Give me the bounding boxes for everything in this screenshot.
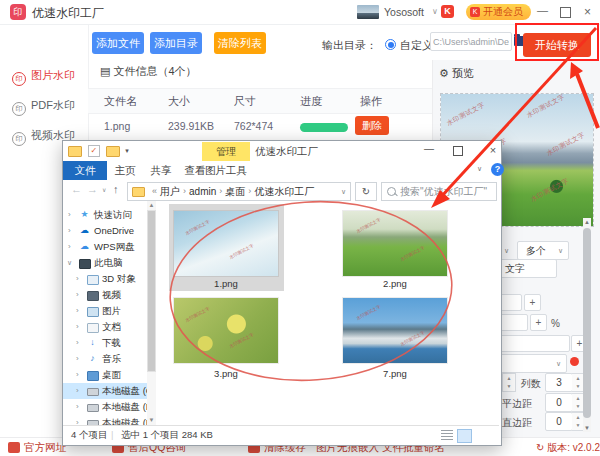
details-view-icon[interactable] xyxy=(441,430,453,440)
help-icon[interactable]: ? xyxy=(491,163,504,176)
plus-button[interactable]: + xyxy=(524,294,541,311)
minimize-ribbon-icon[interactable]: ∨ xyxy=(477,165,482,173)
chevron-down-icon[interactable]: ▾ xyxy=(125,147,129,155)
file-name[interactable]: 1.png xyxy=(174,278,278,289)
drive-icon xyxy=(87,417,98,425)
v-margin-input[interactable]: 0 xyxy=(545,412,573,431)
explorer-minimize-button[interactable]: — xyxy=(415,143,443,154)
tab-home[interactable]: 主页 xyxy=(109,161,141,180)
breadcrumb-admin[interactable]: admin xyxy=(189,186,216,197)
add-dir-button[interactable]: 添加目录 xyxy=(150,32,202,54)
tree-item-3d-objects[interactable]: ›3D 对象 xyxy=(63,271,147,287)
tree-item-desktop[interactable]: ›桌面 xyxy=(63,367,147,383)
scroll-down-icon[interactable]: ▼ xyxy=(147,417,156,423)
tree-item-documents[interactable]: ›文档 xyxy=(63,319,147,335)
scroll-down-icon[interactable]: ▼ xyxy=(583,425,591,431)
official-site-link[interactable]: 官方网址 xyxy=(8,441,66,455)
account-name[interactable]: Yososoft xyxy=(384,6,424,18)
file-panel-title: ▤ 文件信息（4个） xyxy=(100,64,197,79)
clear-list-button[interactable]: 清除列表 xyxy=(214,32,266,54)
breadcrumb-folder[interactable]: 优速水印工厂 xyxy=(254,186,314,197)
contextual-tab-manage[interactable]: 管理 xyxy=(202,142,250,161)
tree-item-music[interactable]: ›♪音乐 xyxy=(63,351,147,367)
thumbnail-view-icon[interactable] xyxy=(457,429,472,443)
watermark-text: 水印测试文字 xyxy=(355,217,381,234)
scrollbar-thumb[interactable] xyxy=(583,228,591,418)
recent-locations-icon[interactable]: ∨ xyxy=(102,186,106,193)
close-button[interactable]: × xyxy=(584,5,591,19)
maximize-button[interactable] xyxy=(560,7,571,18)
percent-label: % xyxy=(551,318,560,329)
scrollbar-thumb[interactable] xyxy=(148,211,155,371)
tab-share[interactable]: 共享 xyxy=(145,161,177,180)
file-thumbnail-1[interactable]: 水印测试文字 水印测试文字 xyxy=(174,211,278,276)
back-icon[interactable]: ← xyxy=(71,183,82,195)
doc-icon: ▤ xyxy=(100,65,110,77)
columns-input[interactable]: 3 xyxy=(545,373,573,392)
scroll-up-icon[interactable]: ▲ xyxy=(583,219,591,225)
new-folder-icon[interactable] xyxy=(106,146,120,157)
minimize-button[interactable]: — xyxy=(537,4,548,16)
v-margin-label: 直边距 xyxy=(502,416,532,430)
version-label: ↻ 版本: v2.0.2 xyxy=(536,441,600,455)
forward-icon[interactable]: → xyxy=(87,183,98,195)
sidebar-item-image-watermark[interactable]: 印图片水印 xyxy=(0,65,88,85)
chevron-down-icon[interactable]: ∨ xyxy=(504,247,509,255)
drive-icon xyxy=(87,385,98,396)
tree-item-drive-c[interactable]: ›本地磁盘 (C:) xyxy=(63,383,147,399)
col-action: 操作 xyxy=(360,94,382,109)
explorer-close-button[interactable]: × xyxy=(483,144,503,156)
breadcrumb[interactable]: «用户›admin›桌面›优速水印工厂 ∨ xyxy=(127,182,351,201)
delete-button[interactable]: 删除 xyxy=(355,116,389,135)
custom-radio[interactable] xyxy=(385,39,396,50)
explorer-maximize-button[interactable] xyxy=(453,146,463,156)
tab-picture-tools[interactable]: 图片工具 xyxy=(202,161,250,180)
progress-bar xyxy=(300,123,348,132)
tree-item-onedrive[interactable]: ›☁OneDrive xyxy=(63,223,147,239)
file-thumbnail-2[interactable]: 水印测试文字 水印测试文字 xyxy=(343,211,447,276)
h-margin-input[interactable]: 0 xyxy=(545,393,573,412)
preview-header: ⚙ 预览 xyxy=(439,66,474,81)
tree-item-quick-access[interactable]: ›★快速访问 xyxy=(63,207,147,223)
refresh-button[interactable]: ↻ xyxy=(355,182,377,201)
tree-item-this-pc[interactable]: ∨此电脑 xyxy=(63,255,147,271)
sidebar-item-pdf-watermark[interactable]: 印PDF水印 xyxy=(0,95,88,115)
custom-radio-label[interactable]: 自定义 xyxy=(400,38,433,53)
up-icon[interactable]: ↑ xyxy=(113,183,119,195)
scroll-up-icon[interactable]: ▲ xyxy=(147,202,156,208)
computer-icon xyxy=(79,257,90,268)
breadcrumb-users[interactable]: 用户 xyxy=(160,186,180,197)
watermark-text: 水印测试文字 xyxy=(399,330,425,347)
cloud-icon: ☁ xyxy=(79,241,90,252)
tree-item-wps-drive[interactable]: ›☁WPS网盘 xyxy=(63,239,147,255)
file-name[interactable]: 7.png xyxy=(343,368,447,379)
output-path-input[interactable] xyxy=(430,32,512,51)
plus-button[interactable]: + xyxy=(530,314,547,331)
start-convert-button[interactable]: 开始转换 xyxy=(523,33,591,57)
tree-item-drive-d[interactable]: ›本地磁盘 (D:) xyxy=(63,399,147,415)
vip-upgrade-button[interactable]: K开通会员 xyxy=(466,4,531,20)
file-thumbnail-7[interactable]: 水印测试文字 水印测试文字 xyxy=(343,298,447,363)
file-name[interactable]: 3.png xyxy=(174,368,278,379)
avatar[interactable] xyxy=(357,5,379,19)
cloud-icon: ☁ xyxy=(79,225,90,236)
refresh-icon[interactable]: ↻ xyxy=(536,442,544,453)
multi-select-dropdown[interactable]: 多个∨ xyxy=(517,241,569,260)
tree-item-drive-e[interactable]: ›本地磁盘 (E:) xyxy=(63,415,147,425)
properties-check-icon[interactable]: ✓ xyxy=(88,145,100,157)
add-file-button[interactable]: 添加文件 xyxy=(92,32,144,54)
stepper[interactable]: ▲▼ xyxy=(502,373,516,392)
chevron-down-icon[interactable]: ∨ xyxy=(432,7,438,16)
table-header: 文件名 大小 尺寸 进度 操作 xyxy=(88,88,432,114)
desktop-icon xyxy=(87,369,98,380)
tree-item-videos[interactable]: ›视频 xyxy=(63,287,147,303)
tree-scrollbar[interactable]: ▲ ▼ xyxy=(147,201,156,425)
breadcrumb-desktop[interactable]: 桌面 xyxy=(225,186,245,197)
tab-file[interactable]: 文件 xyxy=(63,161,107,180)
search-input[interactable]: 搜索"优速水印工厂" xyxy=(381,182,497,201)
file-thumbnail-3[interactable]: 水印测试文字 水印测试文字 xyxy=(174,298,278,363)
address-dropdown-icon[interactable]: ∨ xyxy=(341,183,346,200)
tree-item-pictures[interactable]: ›图片 xyxy=(63,303,147,319)
tree-item-downloads[interactable]: ›↓下载 xyxy=(63,335,147,351)
file-name[interactable]: 2.png xyxy=(343,278,447,289)
